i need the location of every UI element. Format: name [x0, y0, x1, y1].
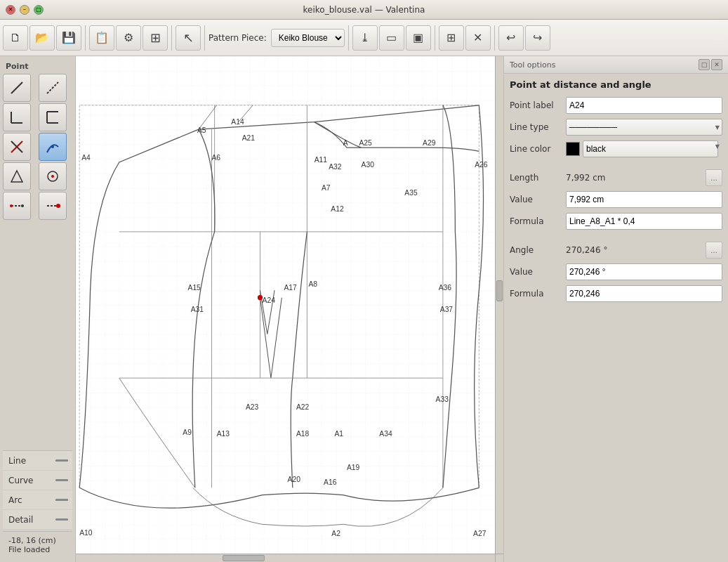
line-type-select[interactable]: ──────── - - - - - [566, 119, 722, 136]
print-button[interactable]: ▣ [406, 25, 431, 51]
vertical-scrollbar-thumb[interactable] [496, 280, 503, 301]
maximize-button[interactable]: □ [34, 5, 44, 15]
coordinates: -18, 16 (cm) [8, 536, 67, 545]
svg-text:A6: A6 [212, 154, 221, 162]
svg-point-17 [56, 204, 60, 208]
section-title: Point at distance and angle [510, 79, 722, 90]
arc-category[interactable]: Arc [3, 490, 72, 510]
svg-text:A11: A11 [315, 156, 328, 164]
curve-point-tool[interactable] [39, 133, 67, 161]
zoom-button[interactable]: ⊞ [439, 25, 464, 51]
line-tool[interactable] [3, 74, 31, 102]
angle-formula-row: Formula [510, 285, 722, 302]
separator-1 [85, 25, 86, 51]
angle2-tool[interactable] [39, 103, 67, 131]
line-color-select[interactable]: black red blue [583, 140, 718, 157]
svg-text:A36: A36 [439, 284, 452, 292]
close-button[interactable]: ✕ [6, 5, 15, 15]
point-label-input[interactable] [566, 97, 722, 114]
length-row: Length 7,992 cm … [510, 169, 722, 186]
angle-display: 270,246 ° [566, 245, 704, 255]
intersect-tool[interactable] [3, 133, 31, 161]
history-button[interactable]: 📋 [89, 25, 114, 51]
canvas-container[interactable]: A A4 A5 A6 A7 A8 A9 A10 A11 A12 A13 A14 … [76, 56, 495, 554]
options-button[interactable]: ⚙ [116, 25, 141, 51]
canvas-area[interactable]: A A4 A5 A6 A7 A8 A9 A10 A11 A12 A13 A14 … [76, 56, 503, 562]
svg-text:A14: A14 [231, 118, 244, 126]
tool-options-label: Tool options [510, 60, 555, 70]
detail-category[interactable]: Detail [3, 510, 72, 530]
toolbar: 🗋 📂 💾 📋 ⚙ ⊞ ↖ Pattern Piece: Keiko Blous… [0, 20, 728, 56]
svg-text:A15: A15 [188, 284, 201, 292]
svg-text:A1: A1 [334, 430, 343, 438]
separator-2 [171, 25, 172, 51]
svg-text:A17: A17 [284, 284, 297, 292]
tools-grid [3, 74, 72, 220]
tools-panel: Point [0, 56, 76, 562]
separator-4 [348, 25, 349, 51]
point-options: Point at distance and angle Point label … [504, 74, 728, 313]
horizontal-scrollbar[interactable] [76, 554, 495, 562]
angle-formula-input[interactable] [566, 285, 722, 302]
horizontal-scrollbar-thumb[interactable] [223, 555, 265, 561]
redo-button[interactable]: ↪ [525, 25, 550, 51]
categories: Line Curve Arc Detail [3, 450, 72, 530]
angle-value-input[interactable] [566, 263, 722, 280]
angle-value-row: Value [510, 263, 722, 280]
angle-tool[interactable] [3, 103, 31, 131]
right-panel: Tool options □ ✕ Point at distance and a… [503, 56, 728, 562]
pattern-canvas[interactable]: A A4 A5 A6 A7 A8 A9 A10 A11 A12 A13 A14 … [76, 56, 495, 554]
svg-line-0 [11, 82, 22, 93]
statusbar: -18, 16 (cm) File loaded [3, 531, 72, 558]
svg-text:A: A [343, 139, 348, 147]
svg-text:A37: A37 [440, 306, 454, 313]
point-label-row: Point label [510, 97, 722, 114]
dashed-line-tool[interactable] [39, 74, 67, 102]
point2-tool[interactable] [39, 162, 67, 190]
line-color-wrapper: black red blue ▼ [566, 140, 722, 157]
scrollbar-corner [495, 554, 503, 562]
length-formula-input[interactable] [566, 213, 722, 230]
svg-text:A18: A18 [296, 430, 310, 438]
save-button[interactable]: 💾 [56, 25, 81, 51]
titlebar: ✕ – □ keiko_blouse.val — Valentina [0, 0, 728, 20]
import-button[interactable]: ⤓ [352, 25, 378, 51]
color-swatch [566, 142, 580, 156]
curve-category[interactable]: Curve [3, 471, 72, 490]
length-value-row: Value [510, 191, 722, 208]
open-button[interactable]: 📂 [29, 25, 55, 51]
point-label-label: Point label [510, 100, 566, 110]
tools-section-label: Point [3, 60, 72, 72]
cursor-button[interactable]: ↖ [176, 25, 201, 51]
svg-rect-19 [76, 56, 495, 554]
line-category[interactable]: Line [3, 451, 72, 471]
svg-text:A13: A13 [217, 430, 230, 438]
close2-button[interactable]: ✕ [465, 25, 491, 51]
svg-text:A19: A19 [347, 464, 360, 471]
angle-formula-button[interactable]: … [706, 242, 722, 259]
panel-close-button[interactable]: ✕ [711, 59, 722, 70]
new-button[interactable]: 🗋 [3, 25, 28, 51]
line-type-label: Line type [510, 122, 566, 132]
dashed2-tool[interactable] [3, 192, 31, 220]
length-value-input[interactable] [566, 191, 722, 208]
panel-detach-button[interactable]: □ [699, 59, 710, 70]
table-button[interactable]: ⊞ [143, 25, 168, 51]
angle-value-label: Value [510, 267, 566, 277]
svg-text:A2: A2 [331, 530, 340, 537]
minimize-button[interactable]: – [20, 5, 29, 15]
layout-button[interactable]: ▭ [379, 25, 404, 51]
line-color-label: Line color [510, 144, 566, 154]
anchor-tool[interactable] [39, 192, 67, 220]
svg-text:A34: A34 [379, 430, 392, 438]
window-controls: ✕ – □ [6, 5, 44, 15]
vertical-scrollbar[interactable] [495, 56, 503, 554]
length-formula-button[interactable]: … [706, 169, 722, 186]
tool-options-header: Tool options □ ✕ [504, 56, 728, 74]
undo-button[interactable]: ↩ [498, 25, 524, 51]
point-tool[interactable] [3, 162, 31, 190]
pattern-piece-select[interactable]: Keiko Blouse [271, 29, 345, 47]
separator-5 [435, 25, 435, 51]
svg-point-15 [21, 204, 24, 207]
svg-text:A20: A20 [288, 476, 301, 483]
